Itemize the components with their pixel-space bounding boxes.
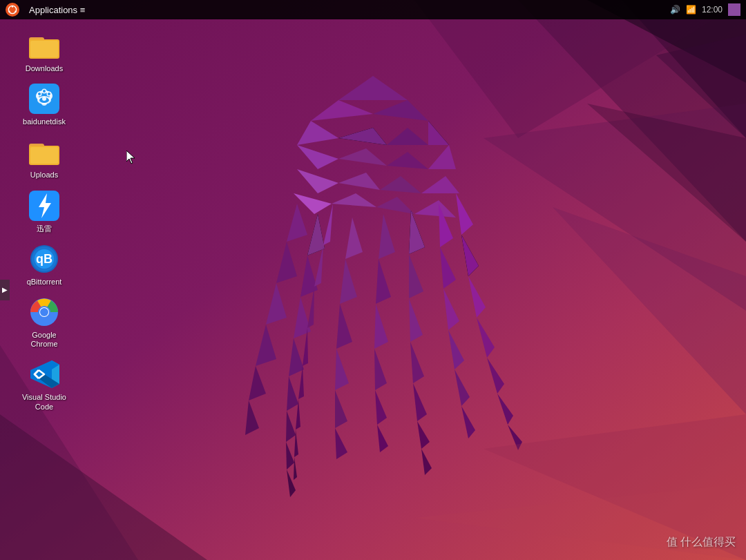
downloads-label: Downloads [26, 64, 63, 73]
svg-point-93 [15, 11, 17, 13]
applications-menu[interactable]: Applications ≡ [25, 3, 89, 17]
uploads-label: Uploads [30, 171, 58, 180]
topbar: Applications ≡ 🔊 📶 12:00 [0, 0, 746, 19]
svg-point-108 [48, 93, 50, 95]
svg-point-106 [38, 93, 41, 95]
desktop-icon-uploads[interactable]: Uploads [17, 133, 72, 182]
window-controls [728, 3, 740, 16]
watermark: 值 什么值得买 [667, 535, 736, 550]
desktop-background [0, 0, 746, 560]
sidebar: ▶ [0, 19, 10, 560]
downloads-icon-img [28, 29, 61, 62]
clock: 12:00 [702, 5, 723, 15]
desktop-icon-baidunetdisk[interactable]: baidunetdisk [17, 79, 72, 129]
ubuntu-icon[interactable] [6, 3, 19, 17]
svg-rect-97 [30, 41, 58, 57]
window-btn-active[interactable] [728, 3, 740, 16]
volume-indicator[interactable]: 🔊 [670, 5, 680, 15]
desktop-icon-qbittorrent[interactable]: qB qBittorrent [17, 240, 72, 289]
topbar-left: Applications ≡ [6, 3, 89, 17]
chrome-icon-img [28, 296, 61, 329]
xunlei-label: 迅雷 [37, 224, 52, 233]
qbittorrent-icon-img: qB [28, 242, 61, 276]
svg-point-111 [42, 97, 46, 101]
topbar-right: 🔊 📶 12:00 [670, 3, 740, 16]
network-indicator[interactable]: 📶 [686, 5, 696, 15]
svg-text:qB: qB [36, 252, 52, 266]
sidebar-toggle-arrow[interactable]: ▶ [0, 280, 10, 300]
vscode-label: Visual Studio Code [19, 393, 69, 411]
svg-point-107 [43, 90, 46, 93]
xunlei-icon-img [28, 189, 61, 222]
baidunetdisk-icon-img [28, 82, 61, 115]
qbittorrent-label: qBittorrent [27, 278, 62, 287]
desktop-icon-chrome[interactable]: Google Chrome [17, 293, 72, 351]
svg-point-94 [8, 11, 10, 13]
desktop-icon-vscode[interactable]: Visual Studio Code [17, 355, 72, 414]
vscode-icon-img [28, 358, 61, 391]
svg-rect-114 [30, 147, 58, 164]
chrome-label: Google Chrome [19, 331, 69, 349]
icons-area: Downloads [10, 19, 79, 560]
svg-point-92 [12, 6, 14, 8]
svg-point-124 [40, 308, 48, 316]
desktop-icon-downloads[interactable]: Downloads [17, 26, 72, 76]
desktop-icon-xunlei[interactable]: 迅雷 [17, 186, 72, 236]
baidunetdisk-label: baidunetdisk [23, 117, 66, 126]
desktop: Applications ≡ 🔊 📶 12:00 ▶ Downloads [0, 0, 746, 560]
uploads-icon-img [28, 135, 61, 168]
